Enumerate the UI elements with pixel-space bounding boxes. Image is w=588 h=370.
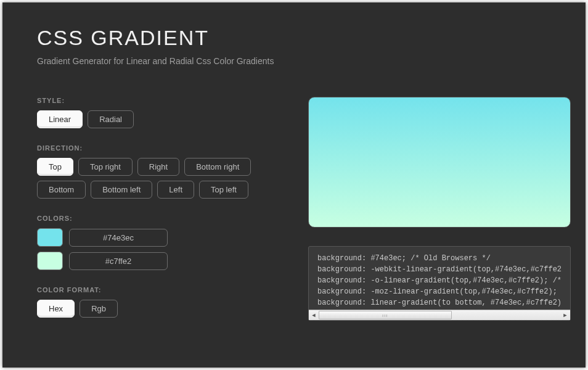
horizontal-scrollbar[interactable]: ◄ ııı ► [309,310,570,320]
output-column: background: #74e3ec; /* Old Browsers */ … [308,97,571,321]
direction-section: DIRECTION: Top Top right Right Bottom ri… [37,144,284,199]
direction-label: DIRECTION: [37,144,284,152]
colors-section: COLORS: #74e3ec #c7ffe2 [37,215,284,270]
css-output-code[interactable]: background: #74e3ec; /* Old Browsers */ … [309,253,570,310]
direction-option-right[interactable]: Right [137,158,179,176]
colors-label: COLORS: [37,215,284,222]
direction-option-bottom[interactable]: Bottom [37,181,86,199]
direction-option-top-left[interactable]: Top left [199,181,248,199]
scroll-right-arrow-icon[interactable]: ► [560,310,570,320]
css-output-box: background: #74e3ec; /* Old Browsers */ … [308,246,571,321]
color-swatch-1[interactable] [37,252,63,270]
style-option-radial[interactable]: Radial [88,110,134,128]
format-section: COLOR FORMAT: Hex Rgb [37,286,284,318]
format-option-rgb[interactable]: Rgb [80,300,118,318]
style-option-linear[interactable]: Linear [37,110,83,128]
direction-option-bottom-left[interactable]: Bottom left [91,181,152,199]
color-value-0: #74e3ec [69,229,168,247]
direction-option-top[interactable]: Top [37,158,73,176]
app-window: CSS GRADIENT Gradient Generator for Line… [2,2,586,368]
page-title: CSS GRADIENT [37,26,551,50]
direction-option-bottom-right[interactable]: Bottom right [184,158,251,176]
format-option-hex[interactable]: Hex [37,300,75,318]
gradient-preview [308,97,571,228]
direction-option-top-right[interactable]: Top right [78,158,133,176]
color-swatch-0[interactable] [37,228,63,247]
style-label: STYLE: [37,97,284,104]
style-section: STYLE: Linear Radial [37,97,284,128]
direction-option-left[interactable]: Left [157,181,194,199]
scroll-thumb[interactable]: ııı [319,311,452,319]
scroll-left-arrow-icon[interactable]: ◄ [309,310,319,320]
format-label: COLOR FORMAT: [37,286,284,294]
scroll-track[interactable]: ııı [319,310,560,320]
page-subtitle: Gradient Generator for Linear and Radial… [37,56,551,66]
controls-column: STYLE: Linear Radial DIRECTION: Top Top … [37,97,284,321]
color-value-1: #c7ffe2 [69,252,168,270]
